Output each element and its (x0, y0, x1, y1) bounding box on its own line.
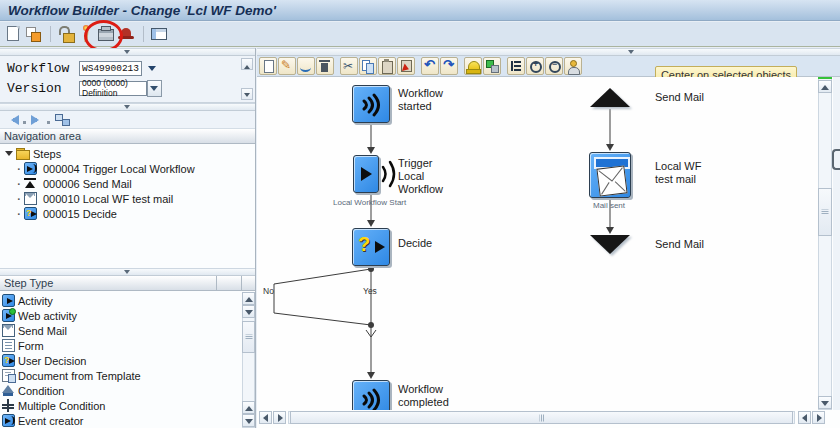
scroll-right-button[interactable] (812, 411, 825, 424)
step-type-web-activity[interactable]: Web activity (0, 308, 77, 323)
edit-pencil-icon[interactable] (278, 57, 296, 75)
paste-icon[interactable] (378, 57, 396, 75)
thumb-grip (539, 414, 544, 421)
nodes-icon[interactable] (483, 57, 501, 75)
scrollbar-thumb[interactable] (242, 321, 255, 353)
unlock-icon[interactable] (57, 25, 75, 43)
back-arrow-icon[interactable] (4, 112, 22, 127)
new-icon[interactable] (259, 57, 277, 75)
step-type-label: Condition (18, 385, 64, 397)
ignite-test-icon[interactable] (77, 25, 95, 43)
scroll-left-button[interactable] (259, 411, 272, 424)
version-select[interactable]: 0000 (0000) Definition (79, 81, 147, 96)
collapse-strip[interactable] (0, 268, 255, 276)
scroll-right-button[interactable] (273, 411, 286, 424)
workflow-dropdown-icon[interactable] (145, 61, 159, 75)
redo-icon[interactable] (440, 57, 458, 75)
copy-icon[interactable] (359, 57, 377, 75)
condition-icon (2, 384, 15, 397)
nav-step-row[interactable]: 000010 Local WF test mail (0, 191, 173, 206)
align-left-icon[interactable] (507, 57, 525, 75)
send-mail-wait-up-node[interactable] (590, 88, 630, 107)
delete-icon[interactable] (316, 57, 334, 75)
edge-label: Local Workflow Start (333, 198, 406, 207)
step-type-form[interactable]: Form (0, 338, 44, 353)
step-type-label: Send Mail (18, 325, 67, 337)
send-mail-wait-down-node[interactable] (590, 235, 630, 254)
step-type-document-from-template[interactable]: Document from Template (0, 368, 141, 383)
forward-history-dropdown[interactable] (46, 112, 51, 127)
node-label: Workflow started (398, 87, 460, 113)
form-icon (2, 339, 15, 352)
user-icon[interactable] (564, 57, 582, 75)
event-waves-icon (353, 86, 391, 124)
node-label: Send Mail (655, 91, 704, 104)
step-type-condition[interactable]: Condition (0, 383, 64, 398)
workflow-completed-node[interactable] (352, 380, 390, 410)
step-label: Send Mail (83, 178, 132, 190)
scroll-up-button[interactable] (241, 58, 253, 70)
scroll-down-button[interactable] (242, 305, 255, 318)
insert-icon[interactable] (397, 57, 415, 75)
scroll-left-button[interactable] (798, 411, 811, 424)
selection-indicator (818, 77, 832, 79)
version-chevron-icon[interactable] (147, 80, 162, 97)
window-title: Workflow Builder - Change 'Lcl WF Demo' (8, 3, 276, 18)
event-creator-icon (2, 414, 15, 427)
zoom-out-icon[interactable] (545, 57, 563, 75)
local-wf-test-mail-node[interactable] (589, 152, 631, 198)
workflow-canvas[interactable]: Workflow started Trigger Local Workflow … (257, 77, 818, 410)
splitter-handle[interactable] (832, 149, 840, 170)
decide-node[interactable]: ? (352, 228, 390, 266)
nav-step-row[interactable]: 000006 Send Mail (0, 176, 132, 191)
expander-icon[interactable] (5, 151, 13, 160)
trigger-local-workflow-node[interactable] (353, 155, 379, 193)
tree-root-steps[interactable]: Steps (0, 146, 61, 161)
collapse-strip[interactable] (0, 103, 255, 111)
trigger-waves-icon (380, 158, 400, 190)
forward-arrow-icon[interactable] (28, 112, 46, 127)
step-type-activity[interactable]: Activity (0, 293, 53, 308)
scroll-down-button[interactable] (241, 88, 253, 100)
thumb-grip (245, 335, 252, 340)
step-type-header: Step Type (0, 276, 255, 291)
navigation-toolbar (0, 111, 255, 129)
scroll-down-button[interactable] (818, 396, 832, 409)
step-type-user-decision[interactable]: User Decision (0, 353, 86, 368)
scrollbar-thumb[interactable] (818, 188, 832, 236)
scroll-up-button[interactable] (818, 80, 832, 93)
play-icon (361, 167, 372, 181)
select-icon[interactable] (297, 57, 315, 75)
workflow-started-node[interactable] (352, 85, 390, 123)
step-type-multiple-condition[interactable]: Multiple Condition (0, 398, 105, 413)
undo-icon[interactable] (421, 57, 439, 75)
back-history-dropdown[interactable] (22, 112, 27, 127)
tree-bullet (14, 193, 24, 205)
generate-icon[interactable] (97, 25, 115, 43)
copy-object-icon[interactable] (24, 25, 42, 43)
collapse-strip[interactable] (0, 48, 255, 56)
zoom-in-icon[interactable] (526, 57, 544, 75)
folder-icon (16, 148, 30, 159)
cut-icon[interactable] (340, 57, 358, 75)
scroll-up-button[interactable] (242, 292, 255, 305)
collapse-strip[interactable] (257, 48, 840, 56)
document-template-icon (2, 369, 15, 382)
table-settings-icon[interactable] (150, 25, 168, 43)
activate-hat-icon[interactable] (117, 25, 135, 43)
create-icon[interactable] (4, 25, 22, 43)
scroll-up-button[interactable] (242, 401, 255, 414)
scroll-down-button[interactable] (242, 414, 255, 427)
step-type-send-mail[interactable]: Send Mail (0, 323, 67, 338)
canvas-vertical-scrollbar[interactable] (818, 77, 832, 410)
org-chart-icon[interactable] (54, 112, 72, 127)
nav-step-row[interactable]: 000015 Decide (0, 206, 117, 221)
scrollbar-thumb[interactable] (290, 411, 793, 424)
nav-step-row[interactable]: 000004 Trigger Local Workflow (0, 161, 195, 176)
form-scrollbar (241, 58, 253, 100)
question-mark-icon: ? (358, 233, 370, 256)
highlight-icon[interactable] (464, 57, 482, 75)
workflow-input[interactable] (79, 61, 142, 76)
step-type-event-creator[interactable]: Event creator (0, 413, 83, 428)
navigation-area-title: Navigation area (4, 130, 81, 142)
